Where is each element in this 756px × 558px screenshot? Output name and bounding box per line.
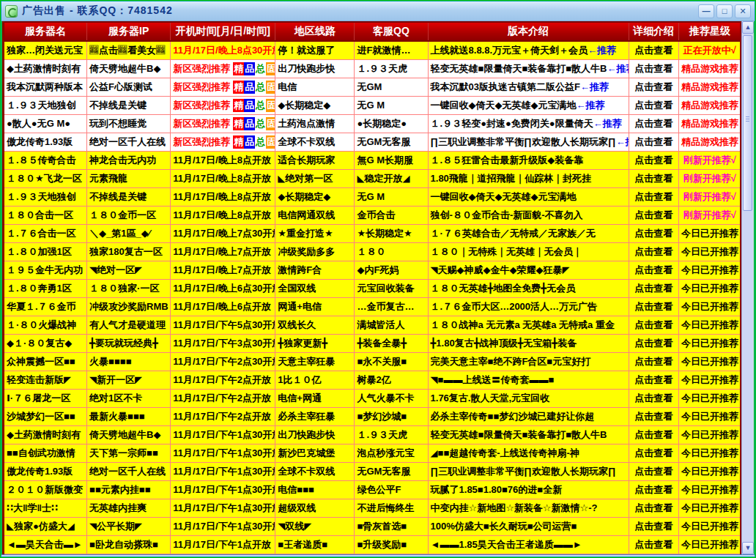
- detail-link[interactable]: 点击查看: [629, 517, 678, 535]
- detail-link[interactable]: 点击查看: [629, 316, 678, 334]
- star-rating-cell: 今日已开推荐: [678, 389, 741, 407]
- version-intro-cell[interactable]: 独创-８０金币合击-新面貌-不喜勿入: [428, 206, 629, 224]
- version-intro-cell[interactable]: 中变内挂☆新地图☆新装备☆新激情☆-?: [428, 499, 629, 517]
- version-intro-cell[interactable]: ◥■▬▬上线送〓传奇套▬▬■: [428, 371, 629, 389]
- server-ip-cell: ╋要玩就玩经典╋: [87, 334, 171, 352]
- new-zone-label: 新区强烈推荐: [173, 136, 230, 147]
- version-intro-cell[interactable]: 必杀主宰传奇■■梦幻沙城已建好让你超: [428, 407, 629, 425]
- detail-link[interactable]: 点击查看: [629, 499, 678, 517]
- version-intro-cell[interactable]: ╋1.80复古╋战神顶级╋无宝箱╋装备: [428, 334, 629, 352]
- version-intro-cell[interactable]: １.７６金币大区…2000活人…万元广告: [428, 297, 629, 316]
- version-intro-cell[interactable]: 100%仿盛大■长久耐玩■公司运营■: [428, 517, 629, 535]
- detail-link[interactable]: 点击查看: [629, 371, 678, 389]
- quality-badge: 总: [255, 62, 266, 75]
- close-button[interactable]: ✕: [735, 4, 751, 18]
- version-intro-cell[interactable]: １８０无英雄╋地图全免费╋无会员: [428, 279, 629, 297]
- version-intro-cell[interactable]: 1.80飛龍｜道招飛龍｜仙踪林｜封死挂: [428, 169, 629, 187]
- detail-link[interactable]: 点击查看: [629, 389, 678, 407]
- version-intro-cell[interactable]: 轻变无英雄■限量倚天■装备靠打■散人牛B←推荐: [428, 59, 629, 78]
- table-row: ◣独家●仿盛大◢◥公平长期◤11月/17日/下午1点30开放◥双线◤■骨灰首选■…: [4, 517, 741, 535]
- detail-link[interactable]: 点击查看: [629, 297, 678, 316]
- vertical-scrollbar[interactable]: ▲ ▼: [741, 21, 754, 554]
- scroll-up-icon[interactable]: ▲: [742, 21, 754, 34]
- version-text: ◄▬▬1.85昊天合击王者递质▬▬►: [431, 539, 582, 550]
- detail-link[interactable]: 点击查看: [629, 334, 678, 352]
- detail-link[interactable]: 点击查看: [629, 535, 678, 554]
- minimize-button[interactable]: —: [698, 4, 714, 18]
- detail-link[interactable]: 点击查看: [629, 407, 678, 425]
- detail-link[interactable]: 点击查看: [629, 462, 678, 480]
- detail-link[interactable]: 点击查看: [629, 41, 678, 59]
- server-ip-cell: ◥公平长期◤: [87, 517, 171, 535]
- detail-link[interactable]: 点击查看: [629, 425, 678, 444]
- star-rating-cell: 今日已开推荐: [678, 444, 741, 462]
- scrollbar-track[interactable]: [742, 34, 754, 542]
- detail-link[interactable]: 点击查看: [629, 187, 678, 206]
- detail-link[interactable]: 点击查看: [629, 206, 678, 224]
- service-qq-cell: ■骨灰首选■: [355, 517, 428, 535]
- open-time-cell: 11月/17日/晚上8点30开放: [171, 41, 275, 59]
- maximize-button[interactable]: □: [716, 4, 733, 18]
- detail-link[interactable]: 点击查看: [629, 261, 678, 279]
- detail-link[interactable]: 点击查看: [629, 480, 678, 499]
- version-intro-cell[interactable]: ◄▬▬1.85昊天合击王者递质▬▬►: [428, 535, 629, 554]
- region-line-cell: ◆长期稳定◆: [275, 187, 355, 206]
- detail-link[interactable]: 点击查看: [629, 59, 678, 78]
- scrollbar-thumb[interactable]: [743, 35, 752, 211]
- version-intro-cell[interactable]: １８０战神a 无元素a 无英雄a 无特戒a 重金: [428, 316, 629, 334]
- detail-link[interactable]: 点击查看: [629, 78, 678, 96]
- region-line-cell: 停！就这服了: [275, 41, 355, 59]
- version-intro-cell[interactable]: 玩腻了1.85■1.80■76的进■全新: [428, 480, 629, 499]
- version-intro-cell[interactable]: 完美天意主宰■绝不跨F合区■元宝好打: [428, 352, 629, 371]
- region-line-cell: 全国双线: [275, 279, 355, 297]
- detail-link[interactable]: 点击查看: [629, 224, 678, 242]
- server-ip-cell: ■■元素内挂■■: [87, 480, 171, 499]
- region-line-cell: 电信网通双线: [275, 206, 355, 224]
- star-rating-cell: 今日已开推荐: [678, 499, 741, 517]
- detail-link[interactable]: 点击查看: [629, 169, 678, 187]
- detail-link[interactable]: 点击查看: [629, 133, 678, 151]
- version-intro-cell[interactable]: 一键回收◆倚天◆无英雄◆元宝满地: [428, 187, 629, 206]
- detail-link[interactable]: 点击查看: [629, 242, 678, 261]
- version-intro-cell[interactable]: ◢■■超越传奇套-上线送传奇神扇-神: [428, 444, 629, 462]
- version-intro-cell[interactable]: 一键回收◆倚天◆无英雄◆元宝满地←推荐: [428, 96, 629, 114]
- server-ip-cell: ■卧龙自动搽珠■: [87, 535, 171, 554]
- version-intro-cell[interactable]: ∏三职业调整非常平衡∏欢迎散人长期玩家∏←推荐: [428, 133, 629, 151]
- star-rating-cell: 今日已开推荐: [678, 462, 741, 480]
- region-line-cell: 天意主宰狂暴: [275, 352, 355, 371]
- server-ip-cell: 不掉线是关键: [87, 96, 171, 114]
- version-intro-cell[interactable]: １·７６英雄合击／无特戒／无家族／无: [428, 224, 629, 242]
- version-text: ∏三职业调整非常平衡∏欢迎散人长期玩家∏: [431, 136, 616, 147]
- detail-link[interactable]: 点击查看: [629, 114, 678, 133]
- version-text: １８０战神a 无元素a 无英雄a 无特戒a 重金: [431, 319, 615, 330]
- server-name-cell: １８０合击一区: [4, 206, 87, 224]
- scroll-down-icon[interactable]: ▼: [742, 542, 754, 554]
- version-intro-cell[interactable]: ∏三职业调整非常平衡∏欢迎散人长期玩家∏: [428, 462, 629, 480]
- version-intro-cell[interactable]: 上线就送8.8.8.万元宝＋倚天剑＋会员←推荐: [428, 41, 629, 59]
- open-time-cell: 11月/17日/下午1点30开放: [171, 425, 275, 444]
- version-intro-cell[interactable]: １８０｜无特殊｜无英雄｜无会员｜: [428, 242, 629, 261]
- server-name-cell: ∷大‖学‖士∷: [4, 499, 87, 517]
- detail-link[interactable]: 点击查看: [629, 444, 678, 462]
- version-intro-cell[interactable]: １.９３轻变●封速●免费闭关●限量倚天←推荐: [428, 114, 629, 133]
- detail-link[interactable]: 点击查看: [629, 279, 678, 297]
- server-ip-cell: １８０独家·一区: [87, 279, 171, 297]
- server-ip-cell: 玩到不想睡觉: [87, 114, 171, 133]
- version-intro-cell[interactable]: 1.76复古.散人天堂,元宝回收: [428, 389, 629, 407]
- detail-link[interactable]: 点击查看: [629, 352, 678, 371]
- quality-badge: 固: [266, 81, 275, 94]
- column-header: 服务器IP: [87, 22, 171, 41]
- table-row: ◄▬昊天合击▬►■卧龙自动搽珠■11月/17日/下午1点开放■王者递质■■升级奖…: [4, 535, 741, 554]
- version-intro-cell[interactable]: 我本沉默03版执迷古镇第二版公益F←推荐: [428, 78, 629, 96]
- quality-badge: 精: [233, 62, 244, 75]
- detail-link[interactable]: 点击查看: [629, 151, 678, 169]
- region-line-cell: 超级双线: [275, 499, 355, 517]
- version-text: １.９３轻变●封速●免费闭关●限量倚天: [431, 118, 593, 129]
- version-intro-cell[interactable]: ◥天赐◆神威◆金牛◆荣耀◆狂暴◤: [428, 261, 629, 279]
- version-intro-cell[interactable]: １.８５狂雷合击最新升级版◆装备靠: [428, 151, 629, 169]
- service-qq-cell: 满城皆活人: [355, 316, 428, 334]
- open-time-cell: 11月/17日/晚上6点开放: [171, 297, 275, 316]
- version-intro-cell[interactable]: 轻变无英雄■限量倚天■装备靠打■散人牛B: [428, 425, 629, 444]
- new-zone-label: 新区强烈推荐: [173, 100, 230, 111]
- detail-link[interactable]: 点击查看: [629, 96, 678, 114]
